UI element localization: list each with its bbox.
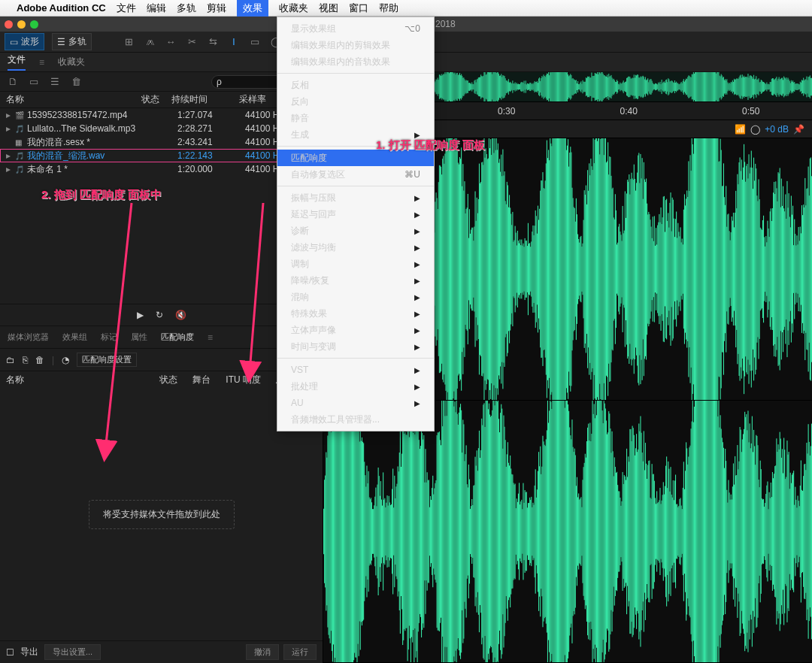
- menu-item[interactable]: 显示效果组⌥0: [277, 20, 434, 37]
- menu-item[interactable]: 批处理▶: [277, 378, 434, 395]
- mode-waveform[interactable]: ▭波形: [5, 33, 44, 50]
- svg-rect-534: [759, 78, 759, 95]
- svg-rect-439: [681, 82, 682, 92]
- menu-item[interactable]: 立体声声像▶: [277, 322, 434, 338]
- export-checkbox[interactable]: ☐: [6, 647, 14, 658]
- svg-rect-975: [629, 174, 629, 364]
- svg-rect-1125: [751, 151, 752, 388]
- menu-item[interactable]: 时间与变调▶: [277, 338, 434, 355]
- menu-item: 编辑效果组内的剪辑效果: [277, 37, 434, 53]
- person-icon[interactable]: ◔: [62, 355, 69, 365]
- menu-item[interactable]: 反相: [277, 77, 434, 93]
- menu-item[interactable]: VST▶: [277, 362, 434, 378]
- tab-match-loudness[interactable]: 匹配响度: [161, 332, 194, 343]
- new-multitrack-icon[interactable]: ☰: [48, 75, 62, 89]
- maximize-icon[interactable]: [30, 20, 38, 29]
- tool-time-icon[interactable]: Ⅰ: [227, 35, 241, 49]
- file-row[interactable]: ▸🎵Lullato...The Sidewalk.mp32:28.2714410…: [0, 122, 323, 135]
- tool-move-icon[interactable]: ↔: [164, 35, 177, 49]
- svg-rect-1207: [329, 425, 330, 639]
- menu-multitrack[interactable]: 多轨: [177, 2, 196, 15]
- close-icon[interactable]: [5, 20, 13, 29]
- svg-rect-511: [740, 76, 741, 98]
- svg-rect-1330: [429, 507, 430, 556]
- loop-icon[interactable]: ↻: [156, 310, 163, 320]
- tab-favorites[interactable]: 收藏夹: [58, 56, 85, 68]
- menu-item[interactable]: 反向: [277, 93, 434, 110]
- menu-item[interactable]: 特殊效果▶: [277, 305, 434, 322]
- file-row[interactable]: ▸🎵我的混音_缩混.wav1:22.14344100 Hz: [0, 149, 323, 162]
- menu-item[interactable]: 音频增效工具管理器...: [277, 411, 434, 428]
- menu-clip[interactable]: 剪辑: [207, 2, 226, 15]
- knob-icon[interactable]: ◯: [750, 124, 760, 135]
- trash-icon[interactable]: 🗑: [35, 355, 44, 365]
- tool-slip-icon[interactable]: ⇆: [206, 35, 220, 49]
- svg-rect-1144: [766, 242, 767, 295]
- menu-item[interactable]: 振幅与压限▶: [277, 189, 434, 206]
- svg-rect-1596: [646, 464, 647, 599]
- new-file-icon[interactable]: ▭: [27, 75, 41, 89]
- svg-rect-1257: [370, 499, 371, 564]
- menu-item[interactable]: 降噪/恢复▶: [277, 272, 434, 289]
- menu-item[interactable]: 静音: [277, 110, 434, 126]
- match-dropzone[interactable]: 将受支持媒体文件拖放到此处: [0, 388, 323, 640]
- menu-item[interactable]: 混响▶: [277, 289, 434, 305]
- svg-rect-938: [598, 138, 599, 400]
- menu-item[interactable]: AU▶: [277, 395, 434, 411]
- tab-markers[interactable]: 标记: [101, 332, 117, 343]
- minimize-icon[interactable]: [17, 20, 26, 29]
- svg-rect-1185: [800, 227, 801, 312]
- menu-item[interactable]: 滤波与均衡▶: [277, 239, 434, 256]
- svg-rect-390: [641, 77, 642, 97]
- tab-media-browser[interactable]: 媒体浏览器: [8, 332, 49, 343]
- svg-rect-884: [555, 138, 556, 400]
- svg-rect-1025: [669, 203, 670, 335]
- menu-window[interactable]: 窗口: [349, 2, 368, 15]
- svg-rect-594: [807, 80, 808, 94]
- menu-effects[interactable]: 效果: [237, 0, 268, 17]
- menu-favorites[interactable]: 收藏夹: [279, 2, 308, 15]
- svg-rect-1585: [637, 452, 638, 611]
- svg-rect-283: [554, 72, 555, 101]
- trash-icon[interactable]: 🗑: [69, 75, 83, 89]
- menu-file[interactable]: 文件: [117, 2, 136, 15]
- svg-rect-1167: [785, 194, 786, 344]
- file-row[interactable]: ▸🎵未命名 1 *1:20.00044100 Hz: [0, 162, 323, 176]
- file-row[interactable]: ▸🎬1539523388157472.mp41:27.07444100 Hz: [0, 108, 323, 122]
- tool-razor-icon[interactable]: ✂: [185, 35, 198, 49]
- file-row[interactable]: ▦我的混音.sesx *2:43.24144100 Hz: [0, 135, 323, 149]
- svg-rect-1308: [411, 425, 412, 637]
- mute-icon[interactable]: 🔇: [175, 310, 186, 320]
- mode-multitrack[interactable]: ☰多轨: [52, 33, 92, 50]
- pin-icon[interactable]: 📌: [793, 124, 804, 135]
- open-file-icon[interactable]: 🗋: [6, 75, 20, 89]
- tab-effects-rack[interactable]: 效果组: [62, 332, 87, 343]
- svg-rect-1153: [774, 182, 774, 356]
- export-settings-button[interactable]: 导出设置...: [44, 644, 101, 660]
- tool-spectral-icon[interactable]: ⩕: [143, 35, 156, 49]
- menu-help[interactable]: 帮助: [379, 2, 398, 15]
- svg-rect-461: [698, 72, 699, 101]
- tab-files[interactable]: 文件: [8, 53, 26, 71]
- db-value[interactable]: +0 dB: [765, 124, 789, 135]
- svg-rect-1353: [448, 401, 449, 662]
- svg-rect-1078: [713, 138, 714, 400]
- svg-rect-162: [456, 74, 456, 99]
- tool-marquee-icon[interactable]: ▭: [248, 35, 262, 49]
- copy-icon[interactable]: ⎘: [23, 355, 28, 365]
- volume-icon[interactable]: 📶: [735, 124, 746, 135]
- svg-rect-1747: [769, 492, 770, 571]
- menu-view[interactable]: 视图: [319, 2, 338, 15]
- play-icon[interactable]: ▶: [137, 310, 144, 320]
- menu-edit[interactable]: 编辑: [147, 2, 166, 15]
- tool-hud-icon[interactable]: ⊞: [122, 35, 135, 49]
- tab-properties[interactable]: 属性: [131, 332, 147, 343]
- menu-item[interactable]: 延迟与回声▶: [277, 206, 434, 223]
- menu-item[interactable]: 诊断▶: [277, 223, 434, 239]
- svg-rect-407: [655, 83, 656, 91]
- menu-item[interactable]: 调制▶: [277, 256, 434, 272]
- match-settings-button[interactable]: 匹配响度设置: [77, 353, 137, 367]
- folder-icon[interactable]: 🗀: [6, 355, 15, 365]
- undo-button[interactable]: 撤消: [246, 644, 279, 660]
- run-button[interactable]: 运行: [283, 644, 317, 660]
